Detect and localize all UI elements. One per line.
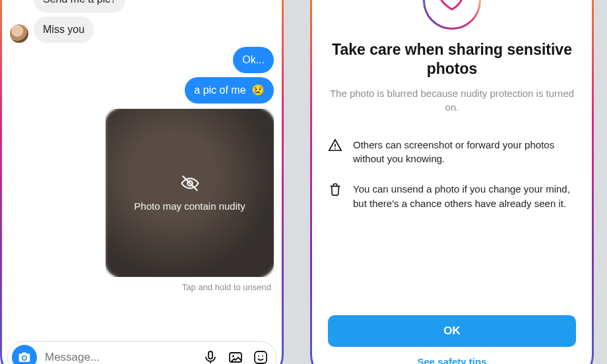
microphone-icon (203, 349, 218, 364)
message-row-out: Ok... (10, 47, 274, 73)
warning-item-text: You can unsend a photo if you change you… (353, 182, 576, 211)
svg-point-7 (262, 355, 263, 357)
gallery-button[interactable] (227, 349, 244, 364)
camera-button[interactable] (12, 345, 37, 364)
svg-point-4 (232, 355, 234, 357)
incoming-message-bubble[interactable]: Send me a pic? (34, 0, 125, 13)
ok-button[interactable]: OK (328, 315, 576, 347)
sender-avatar[interactable] (10, 24, 28, 43)
heart-ring-badge (423, 0, 481, 30)
blurred-photo-overlay: Photo may contain nudity (134, 173, 245, 213)
warning-item-text: Others can screenshot or forward your ph… (353, 138, 576, 167)
phone-frame-chat: Send me a pic? Miss you Ok... a pic of m… (0, 0, 284, 364)
incoming-message-bubble[interactable]: Miss you (34, 16, 94, 43)
unsend-hint-text: Tap and hold to unsend (10, 282, 271, 292)
screenshot-stage: Send me a pic? Miss you Ok... a pic of m… (0, 0, 607, 364)
message-row-out: a pic of me 😢 (10, 77, 274, 104)
avatar-spacer (10, 0, 28, 13)
photo-attachment-row: Photo may contain nudity (10, 109, 274, 277)
svg-point-9 (335, 148, 336, 149)
outgoing-message-text: a pic of me (194, 84, 245, 96)
safety-tips-link[interactable]: See safety tips (328, 356, 576, 364)
nudity-warning-label: Photo may contain nudity (134, 200, 245, 213)
warning-item: Others can screenshot or forward your ph… (328, 138, 576, 167)
warning-sheet: Take care when sharing sensitive photos … (312, 0, 592, 364)
message-row-in: Send me a pic? (10, 0, 274, 13)
chat-scroll[interactable]: Send me a pic? Miss you Ok... a pic of m… (2, 0, 282, 333)
outgoing-message-bubble[interactable]: a pic of me 😢 (185, 77, 274, 104)
camera-icon (18, 351, 31, 364)
heart-icon (439, 0, 465, 14)
sticker-button[interactable] (252, 349, 269, 364)
svg-rect-5 (255, 351, 267, 363)
svg-rect-2 (208, 351, 212, 359)
chat-screen: Send me a pic? Miss you Ok... a pic of m… (2, 0, 282, 364)
blurred-photo-card[interactable]: Photo may contain nudity (106, 109, 274, 277)
sheet-title: Take care when sharing sensitive photos (328, 40, 576, 78)
outgoing-message-bubble[interactable]: Ok... (233, 47, 274, 73)
image-icon (228, 349, 243, 364)
warning-triangle-icon (328, 138, 344, 167)
eye-off-icon (180, 173, 200, 193)
sticker-icon (253, 349, 269, 364)
warning-item: You can unsend a photo if you change you… (328, 182, 576, 211)
voice-message-button[interactable] (202, 349, 219, 364)
phone-frame-warning: Take care when sharing sensitive photos … (310, 0, 594, 364)
message-input[interactable] (45, 351, 194, 364)
svg-point-6 (258, 355, 259, 357)
trash-icon (328, 182, 344, 211)
warning-sheet-screen: Take care when sharing sensitive photos … (312, 0, 592, 364)
message-row-in: Miss you (10, 16, 274, 43)
message-composer (7, 341, 276, 364)
crying-emoji: 😢 (251, 84, 265, 96)
sheet-subtitle: The photo is blurred because nudity prot… (328, 86, 576, 114)
